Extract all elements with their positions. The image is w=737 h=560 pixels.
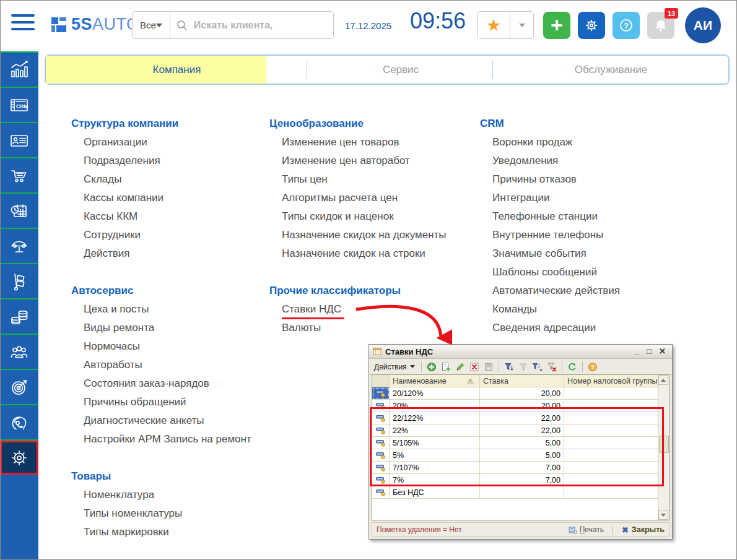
cell-tax-group[interactable]: 8 <box>564 474 669 486</box>
menu-item-Виды ремонта[interactable]: Виды ремонта <box>71 319 251 337</box>
sidebar-item-team[interactable] <box>0 335 38 370</box>
refresh-button[interactable] <box>567 361 578 373</box>
cell-rate[interactable]: 5,00 <box>480 437 564 449</box>
sidebar-item-finance[interactable] <box>0 299 38 335</box>
hamburger-menu-icon[interactable] <box>11 14 35 35</box>
menu-item-Автоработы[interactable]: Автоработы <box>71 356 251 374</box>
sidebar-item-settings[interactable] <box>0 441 38 475</box>
menu-item-Интеграции[interactable]: Интеграции <box>480 189 620 207</box>
sidebar-item-crm[interactable]: CRM <box>0 88 38 123</box>
sidebar-item-car-service[interactable] <box>0 229 38 264</box>
row-selector[interactable] <box>372 486 390 498</box>
table-row[interactable]: 20%20,001 <box>372 400 669 412</box>
cell-rate[interactable]: 20,00 <box>480 400 564 411</box>
help-button[interactable]: ? <box>587 361 598 373</box>
menu-item-Сотрудники[interactable]: Сотрудники <box>71 226 251 244</box>
menu-item-Внутренние телефоны[interactable]: Внутренние телефоны <box>480 226 620 244</box>
sidebar-item-warehouse[interactable] <box>0 264 38 299</box>
menu-item-Номенклатура[interactable]: Номенклатура <box>71 486 251 504</box>
menu-item-Состояния заказ-нарядов[interactable]: Состояния заказ-нарядов <box>71 374 251 393</box>
cell-rate[interactable]: 7,00 <box>480 462 564 473</box>
menu-item-Алгоритмы расчета цен[interactable]: Алгоритмы расчета цен <box>269 189 447 207</box>
cell-name[interactable]: 5/105% <box>390 437 480 449</box>
help-button[interactable]: ? <box>613 12 640 39</box>
menu-item-Воронки продаж[interactable]: Воронки продаж <box>480 133 620 152</box>
row-selector[interactable] <box>372 400 390 411</box>
sidebar-item-support[interactable] <box>0 405 38 441</box>
cell-tax-group[interactable]: 1 <box>564 400 669 411</box>
cell-tax-group[interactable]: 9 <box>564 437 669 449</box>
notifications-button[interactable]: 13 <box>647 12 674 39</box>
menu-item-Подразделения[interactable]: Подразделения <box>71 152 251 170</box>
filter-sort-button[interactable] <box>504 361 515 373</box>
row-selector[interactable] <box>372 462 390 473</box>
filter-settings-button[interactable] <box>532 361 543 373</box>
menu-item-Валюты[interactable]: Валюты <box>269 319 447 337</box>
cell-tax-group[interactable]: 7 <box>564 449 669 461</box>
add-button[interactable] <box>426 361 437 373</box>
menu-item-Команды[interactable]: Команды <box>480 300 620 319</box>
sidebar-item-schedule[interactable] <box>0 194 38 229</box>
row-selector[interactable] <box>372 412 390 424</box>
row-selector[interactable] <box>372 474 390 486</box>
table-row[interactable]: 22/122%22,0012 <box>372 412 669 424</box>
cell-name[interactable]: 20/120% <box>390 387 480 399</box>
column-header-Наименование[interactable]: Наименование <box>390 375 480 387</box>
cell-name[interactable]: 22% <box>390 424 480 436</box>
menu-item-Шаблоны сообщений[interactable]: Шаблоны сообщений <box>480 263 620 282</box>
menu-item-Организации[interactable]: Организации <box>71 133 251 152</box>
favorites-dropdown-button[interactable] <box>510 12 533 38</box>
menu-item-Нормочасы[interactable]: Нормочасы <box>71 337 251 356</box>
tab-Обслуживание[interactable]: Обслуживание <box>494 56 728 84</box>
menu-item-Автоматические действия[interactable]: Автоматические действия <box>480 282 620 300</box>
search-scope-select[interactable]: Все <box>133 12 170 38</box>
menu-item-Настройки АРМ Запись на ремонт[interactable]: Настройки АРМ Запись на ремонт <box>71 430 251 449</box>
table-row[interactable]: 5%5,007 <box>372 449 669 462</box>
cell-name[interactable]: 22/122% <box>390 412 480 424</box>
column-header-Ставка[interactable]: Ставка <box>480 375 564 387</box>
settings-button[interactable] <box>578 12 605 39</box>
cell-name[interactable]: 20% <box>390 400 480 411</box>
menu-item-Изменение цен товаров[interactable]: Изменение цен товаров <box>269 133 447 152</box>
cell-rate[interactable] <box>480 486 564 498</box>
row-selector-selected[interactable] <box>372 387 390 399</box>
menu-item-Изменение цен авторабот[interactable]: Изменение цен авторабот <box>269 152 447 170</box>
set-deletion-mark-button[interactable] <box>483 361 494 373</box>
row-selector[interactable] <box>372 449 390 461</box>
cell-tax-group[interactable]: 4 <box>564 486 669 498</box>
menu-item-Назначение скидок на документы[interactable]: Назначение скидок на документы <box>269 226 447 244</box>
cell-tax-group[interactable]: 10 <box>564 462 669 473</box>
sidebar-item-sales[interactable] <box>0 158 38 194</box>
scroll-up-button[interactable] <box>658 375 668 385</box>
table-row[interactable]: Без НДС4 <box>372 486 669 499</box>
close-window-button[interactable]: ✕ <box>659 347 666 356</box>
maximize-button[interactable]: □ <box>647 347 652 356</box>
delete-button[interactable] <box>469 361 480 373</box>
menu-item-Склады[interactable]: Склады <box>71 170 251 189</box>
scrollbar-thumb[interactable] <box>659 436 669 453</box>
menu-item-Причины отказов[interactable]: Причины отказов <box>480 170 620 189</box>
clear-filter-button[interactable] <box>546 361 557 373</box>
sidebar-item-marketing[interactable] <box>0 370 38 405</box>
window-title-bar[interactable]: Ставки НДС _ □ ✕ <box>369 345 672 359</box>
table-row[interactable]: 22%22,0011 <box>372 424 669 437</box>
cell-rate[interactable]: 20,00 <box>480 387 564 399</box>
menu-item-Цеха и посты[interactable]: Цеха и посты <box>71 300 251 319</box>
row-selector[interactable] <box>372 437 390 449</box>
edit-button[interactable] <box>455 361 466 373</box>
scroll-down-button[interactable] <box>658 510 668 520</box>
table-row[interactable]: 7%7,008 <box>372 474 669 486</box>
cell-name[interactable]: 5% <box>390 449 480 461</box>
menu-item-Уведомления[interactable]: Уведомления <box>480 152 620 170</box>
cell-name[interactable]: Без НДС <box>390 486 480 498</box>
user-avatar[interactable]: АИ <box>685 7 721 43</box>
vertical-scrollbar[interactable] <box>658 375 669 520</box>
cell-rate[interactable]: 22,00 <box>480 412 564 424</box>
menu-item-Сведения адресации[interactable]: Сведения адресации <box>480 319 620 337</box>
table-row[interactable]: 5/105%5,009 <box>372 437 669 449</box>
cell-tax-group[interactable]: 11 <box>564 424 669 436</box>
row-selector[interactable] <box>372 424 390 436</box>
menu-item-Типы маркировки[interactable]: Типы маркировки <box>71 523 251 541</box>
close-button[interactable]: ✖ Закрыть <box>622 525 665 535</box>
tab-Сервис[interactable]: Сервис <box>308 56 494 84</box>
